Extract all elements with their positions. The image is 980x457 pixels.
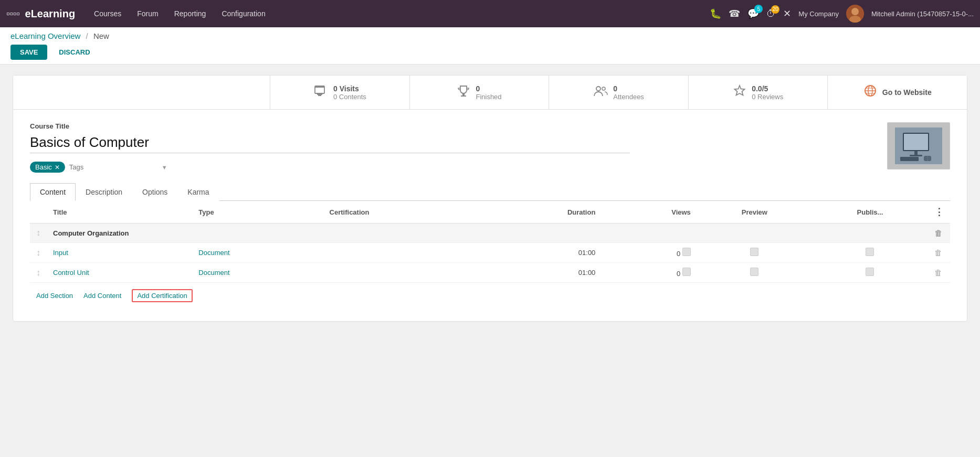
row2-preview-toggle[interactable] [750, 268, 758, 276]
tag-basic[interactable]: Basic ✕ [30, 162, 65, 173]
row1-delete[interactable]: 🗑 [928, 243, 950, 263]
finished-label: Finished [476, 93, 501, 101]
tab-description[interactable]: Description [76, 183, 132, 201]
table-row: ↕ Control Unit Document 01:00 0 [30, 263, 950, 283]
nav-right: 🐛 ☎ 💬 5 ⏱ 20 ✕ My Company Mitchell Admin… [710, 5, 974, 23]
tags-input[interactable] [69, 163, 157, 171]
nav-reporting[interactable]: Reporting [168, 6, 213, 21]
row1-title-link[interactable]: Input [53, 249, 68, 257]
stat-bar: 0 Visits 0 Contents 0 Finished [13, 76, 967, 110]
company-name[interactable]: My Company [798, 10, 839, 18]
more-icon[interactable]: ⋮ [934, 207, 944, 217]
rating-num: 0.0/5 [752, 84, 783, 93]
bug-icon[interactable]: 🐛 [710, 8, 721, 19]
tab-karma[interactable]: Karma [177, 183, 219, 201]
stat-attendees[interactable]: 0 Attendees [549, 76, 689, 109]
drag-handle-icon[interactable]: ↕ [36, 228, 40, 237]
row2-views-toggle[interactable] [682, 268, 691, 276]
svg-point-1 [851, 8, 859, 15]
row1-drag[interactable]: ↕ [30, 243, 47, 263]
table-header-row: Title Type Certification Duration Views … [30, 201, 950, 224]
clock-icon[interactable]: ⏱ 20 [766, 8, 776, 19]
contents-label: 0 Contents [333, 93, 366, 101]
section-drag[interactable]: ↕ [30, 224, 47, 243]
course-title-input[interactable] [30, 132, 630, 153]
top-navbar: ▫▫▫▫ eLearning Courses Forum Reporting C… [0, 0, 980, 27]
col-published: Publis... [812, 201, 928, 224]
add-content-button[interactable]: Add Content [83, 289, 121, 302]
nav-configuration[interactable]: Configuration [215, 6, 271, 21]
tabs-bar: Content Description Options Karma [30, 183, 950, 201]
svg-rect-22 [900, 157, 919, 161]
svg-rect-19 [904, 134, 928, 150]
user-avatar[interactable] [846, 5, 864, 23]
row2-published-toggle[interactable] [866, 268, 874, 276]
drag-handle-icon[interactable]: ↕ [36, 248, 40, 257]
delete-icon[interactable]: 🗑 [934, 248, 942, 257]
finished-num: 0 [476, 84, 501, 93]
svg-rect-5 [317, 94, 322, 95]
stat-visits[interactable]: 0 Visits 0 Contents [270, 76, 410, 109]
tag-remove-icon[interactable]: ✕ [55, 164, 60, 171]
chat-icon[interactable]: 💬 5 [747, 8, 759, 19]
nav-links: Courses Forum Reporting Configuration [88, 6, 710, 21]
row2-duration: 01:00 [480, 263, 602, 283]
section-delete[interactable]: 🗑 [928, 224, 950, 243]
stat-spacer [13, 76, 270, 109]
attendees-num: 0 [613, 84, 644, 93]
discard-button[interactable]: DISCARD [54, 45, 95, 60]
row2-title-link[interactable]: Control Unit [53, 269, 89, 277]
tab-options[interactable]: Options [132, 183, 177, 201]
row1-title[interactable]: Input [47, 243, 192, 263]
save-button[interactable]: SAVE [10, 45, 47, 60]
row2-preview[interactable] [697, 263, 812, 283]
row2-drag[interactable]: ↕ [30, 263, 47, 283]
row2-title[interactable]: Control Unit [47, 263, 192, 283]
col-preview: Preview [697, 201, 812, 224]
stat-website-text: Go to Website [882, 88, 932, 97]
tag-label: Basic [35, 163, 52, 171]
nav-courses[interactable]: Courses [88, 6, 128, 21]
phone-icon[interactable]: ☎ [729, 8, 740, 19]
row2-type: Document [192, 263, 323, 283]
course-thumbnail[interactable] [887, 122, 950, 169]
tab-content[interactable]: Content [30, 183, 76, 201]
svg-rect-7 [462, 93, 465, 95]
delete-icon[interactable]: 🗑 [934, 229, 942, 238]
visits-icon [313, 84, 328, 100]
svg-marker-11 [735, 86, 745, 95]
table-row-section: ↕ Computer Organization 🗑 [30, 224, 950, 243]
tags-row: Basic ✕ ▼ [30, 162, 887, 173]
col-certification: Certification [323, 201, 480, 224]
drag-handle-icon[interactable]: ↕ [36, 268, 40, 277]
apps-icon[interactable]: ▫▫▫▫ [6, 8, 20, 19]
breadcrumb-current: New [93, 31, 109, 40]
breadcrumb-parent[interactable]: eLearning Overview [10, 31, 80, 40]
row2-type-link[interactable]: Document [198, 269, 229, 277]
row1-preview[interactable] [697, 243, 812, 263]
user-name[interactable]: Mitchell Admin (15470857-15-0-... [871, 10, 974, 18]
col-duration: Duration [480, 201, 602, 224]
app-brand: eLearning [25, 8, 76, 20]
stat-rating[interactable]: 0.0/5 0 Reviews [689, 76, 828, 109]
add-section-button[interactable]: Add Section [36, 289, 73, 302]
close-icon[interactable]: ✕ [783, 8, 791, 19]
row1-published-toggle[interactable] [866, 248, 874, 256]
content-table: Title Type Certification Duration Views … [30, 201, 950, 283]
col-views: Views [602, 201, 697, 224]
stat-finished-text: 0 Finished [476, 84, 501, 101]
add-certification-button[interactable]: Add Certification [132, 289, 192, 302]
row1-views-toggle[interactable] [682, 248, 691, 256]
row1-preview-toggle[interactable] [750, 248, 758, 256]
stat-finished[interactable]: 0 Finished [410, 76, 550, 109]
row2-delete[interactable]: 🗑 [928, 263, 950, 283]
nav-forum[interactable]: Forum [131, 6, 164, 21]
row1-published[interactable] [812, 243, 928, 263]
delete-icon[interactable]: 🗑 [934, 268, 942, 277]
row1-type-link[interactable]: Document [198, 249, 229, 257]
tags-dropdown-icon[interactable]: ▼ [162, 164, 167, 171]
stat-website[interactable]: Go to Website [828, 76, 967, 109]
main-content: 0 Visits 0 Contents 0 Finished [0, 65, 980, 457]
row2-published[interactable] [812, 263, 928, 283]
clock-badge: 20 [771, 5, 779, 14]
